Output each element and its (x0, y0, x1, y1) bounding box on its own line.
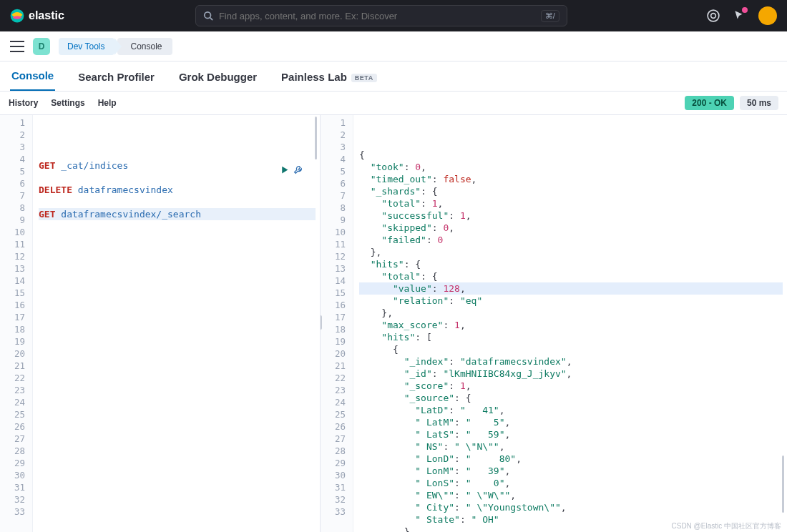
chevron-right-icon (114, 38, 122, 55)
request-editor[interactable]: GET _cat/indicesDELETE dataframecsvindex… (33, 115, 320, 532)
scrollbar-thumb[interactable] (782, 455, 784, 513)
secondary-bar: D Dev Tools Console (0, 31, 787, 61)
user-avatar[interactable] (758, 6, 777, 25)
global-search[interactable]: ⌘/ (195, 5, 567, 26)
tab-painless-lab[interactable]: Painless LabBETA (280, 64, 378, 91)
response-gutter: 1 234 56789 10 11 121314 1516 17 1819202… (321, 115, 353, 532)
app-tabs: ConsoleSearch ProfilerGrok DebuggerPainl… (0, 61, 787, 92)
breadcrumb-item: Console (117, 38, 172, 55)
help-icon[interactable] (707, 9, 720, 22)
top-right-icons (707, 6, 777, 25)
response-pane[interactable]: 1 234 56789 10 11 121314 1516 17 1819202… (321, 115, 787, 532)
request-gutter: 1234567891011121314151617181920212223242… (0, 115, 33, 532)
help-link[interactable]: Help (98, 98, 117, 108)
watermark-text: CSDN @Elastic 中国社区官方博客 (672, 521, 782, 531)
svg-line-2 (210, 18, 213, 21)
wrench-icon[interactable] (293, 165, 303, 177)
svg-point-4 (711, 14, 716, 19)
tab-console[interactable]: Console (10, 62, 55, 91)
beta-badge: BETA (351, 74, 377, 82)
breadcrumb-item[interactable]: Dev Tools (59, 38, 114, 55)
response-viewer[interactable]: { "took": 0, "timed_out": false, "_shard… (353, 115, 787, 532)
brand-logo[interactable]: elastic (10, 9, 64, 23)
scrollbar-thumb[interactable] (315, 117, 317, 159)
top-bar: elastic ⌘/ (0, 0, 787, 31)
play-icon[interactable] (280, 165, 289, 177)
elastic-logo-icon (10, 9, 24, 23)
nav-toggle-icon[interactable] (10, 41, 24, 52)
space-badge[interactable]: D (33, 38, 50, 55)
breadcrumb: Dev Tools Console (59, 38, 172, 55)
settings-link[interactable]: Settings (51, 98, 84, 108)
subnav-right: 200 - OK 50 ms (685, 96, 778, 110)
run-actions (280, 165, 303, 177)
history-link[interactable]: History (9, 98, 38, 108)
brand-text: elastic (29, 9, 64, 22)
search-icon (203, 11, 213, 21)
search-kbd-hint: ⌘/ (541, 10, 559, 22)
editor-panes: 1234567891011121314151617181920212223242… (0, 115, 787, 532)
request-pane[interactable]: 1234567891011121314151617181920212223242… (0, 115, 321, 532)
status-badge: 200 - OK (685, 96, 734, 110)
console-subnav: History Settings Help 200 - OK 50 ms (0, 92, 787, 115)
svg-point-3 (708, 10, 719, 21)
tab-search-profiler[interactable]: Search Profiler (77, 64, 156, 91)
svg-point-1 (205, 12, 211, 19)
latency-badge: 50 ms (740, 96, 778, 110)
tab-grok-debugger[interactable]: Grok Debugger (177, 64, 258, 91)
subnav-left: History Settings Help (9, 98, 117, 108)
search-input[interactable] (219, 11, 535, 21)
notification-dot (742, 7, 748, 13)
newsfeed-icon[interactable] (733, 9, 746, 22)
pane-resize-handle[interactable] (321, 315, 322, 330)
